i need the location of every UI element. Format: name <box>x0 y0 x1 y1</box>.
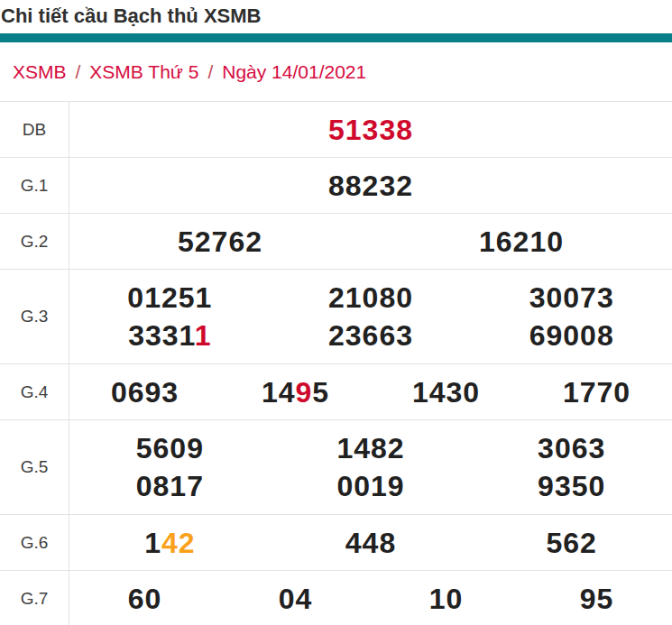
prize-label: G.3 <box>0 270 69 363</box>
prize-column: 1770 <box>521 364 672 419</box>
prize-column: 1430 <box>371 364 521 419</box>
prize-number: 01251 <box>127 279 212 317</box>
prize-column: 3007369008 <box>471 270 672 363</box>
prize-column: 60 <box>69 571 220 625</box>
prize-column: 562 <box>471 515 672 570</box>
prize-number: 0817 <box>136 467 204 505</box>
prize-number: 95 <box>580 580 614 618</box>
breadcrumb-separator: / <box>207 61 213 83</box>
prize-column: 10 <box>371 571 521 625</box>
prize-number: 1495 <box>262 373 329 411</box>
prize-row-g5: G.5560908171482001930639350 <box>0 420 672 515</box>
prize-column: 88232 <box>69 158 672 213</box>
prize-column: 0693 <box>69 364 220 419</box>
prize-table: DB51338G.188232G.25276216210G.3012513331… <box>0 101 672 625</box>
prize-row-g1: G.188232 <box>0 158 672 214</box>
prize-row-g7: G.760041095 <box>0 571 672 625</box>
prize-number: 10 <box>429 580 464 618</box>
breadcrumb-item[interactable]: Ngày 14/01/2021 <box>222 61 366 83</box>
prize-row-g4: G.40693149514301770 <box>0 364 672 420</box>
prize-column: 14820019 <box>271 420 472 514</box>
prize-column: 95 <box>521 571 672 625</box>
prize-column: 0125133311 <box>69 270 271 363</box>
prize-label: G.2 <box>0 214 69 269</box>
prize-row-g2: G.25276216210 <box>0 214 672 270</box>
breadcrumb-separator: / <box>76 61 81 83</box>
prize-column: 2108023663 <box>271 270 472 363</box>
prize-number: 21080 <box>328 279 413 317</box>
prize-row-db: DB51338 <box>0 102 672 158</box>
prize-number: 16210 <box>479 223 564 261</box>
prize-number: 1482 <box>336 429 404 467</box>
prize-number: 9350 <box>538 467 605 505</box>
prize-number: 04 <box>279 580 313 618</box>
prize-number: 448 <box>345 524 396 562</box>
prize-number: 3063 <box>538 429 605 467</box>
breadcrumb-item[interactable]: XSMB <box>13 61 67 83</box>
prize-column: 448 <box>271 515 472 570</box>
prize-number: 0019 <box>336 467 404 505</box>
prize-label: G.5 <box>0 420 69 514</box>
prize-number: 52762 <box>178 223 262 261</box>
prize-number: 33311 <box>128 317 211 354</box>
prize-number: 23663 <box>328 317 413 354</box>
prize-row-g3: G.3012513331121080236633007369008 <box>0 270 672 364</box>
breadcrumb: XSMB/XSMB Thứ 5/Ngày 14/01/2021 <box>0 42 672 101</box>
prize-label: DB <box>0 102 69 157</box>
prize-column: 56090817 <box>69 420 271 514</box>
prize-number: 51338 <box>328 111 413 149</box>
prize-number: 0693 <box>111 373 179 411</box>
prize-number: 60 <box>128 580 162 618</box>
prize-number: 5609 <box>136 429 204 467</box>
prize-label: G.1 <box>0 158 69 213</box>
prize-row-g6: G.6142448562 <box>0 515 672 571</box>
prize-label: G.4 <box>0 364 69 419</box>
prize-number: 69008 <box>529 317 614 354</box>
prize-number: 1430 <box>412 373 480 411</box>
prize-column: 30639350 <box>471 420 672 514</box>
prize-column: 04 <box>220 571 371 625</box>
prize-number: 1770 <box>563 373 631 411</box>
prize-column: 52762 <box>69 214 371 269</box>
accent-divider-bar <box>0 33 672 42</box>
prize-column: 51338 <box>69 102 672 157</box>
prize-number: 30073 <box>529 279 614 317</box>
prize-label: G.7 <box>0 571 69 625</box>
prize-column: 142 <box>69 515 271 570</box>
breadcrumb-item[interactable]: XSMB Thứ 5 <box>89 61 198 83</box>
prize-column: 1495 <box>220 364 371 419</box>
prize-number: 142 <box>144 524 195 562</box>
prize-number: 88232 <box>328 167 413 205</box>
prize-label: G.6 <box>0 515 69 570</box>
page-title: Chi tiết cầu Bạch thủ XSMB <box>0 0 672 33</box>
prize-column: 16210 <box>371 214 672 269</box>
prize-number: 562 <box>546 524 596 562</box>
